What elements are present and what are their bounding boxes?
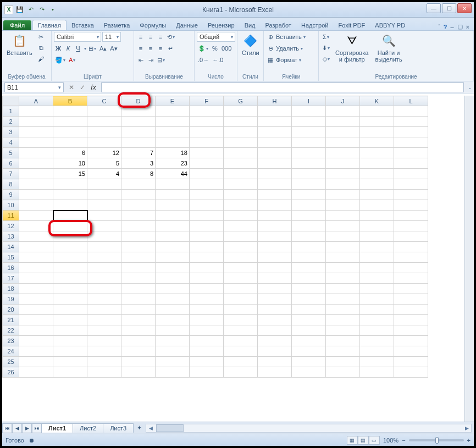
format-painter-icon[interactable]: 🖌 <box>37 54 46 64</box>
cell[interactable] <box>360 200 394 211</box>
cell[interactable] <box>258 242 292 252</box>
cell[interactable] <box>53 179 87 190</box>
cell[interactable] <box>258 346 292 357</box>
cell[interactable] <box>326 273 360 284</box>
cell[interactable]: 18 <box>156 148 190 158</box>
cell[interactable] <box>19 148 53 158</box>
align-middle-icon[interactable]: ≡ <box>146 32 155 42</box>
cell[interactable] <box>190 242 224 252</box>
paste-button[interactable]: 📋 Вставить <box>4 32 35 57</box>
cell[interactable] <box>121 221 156 231</box>
cell[interactable] <box>53 346 87 357</box>
cell[interactable] <box>394 127 428 137</box>
cell[interactable] <box>87 211 121 221</box>
dropdown-icon[interactable]: ▾ <box>84 46 86 51</box>
cell[interactable] <box>53 200 87 211</box>
cell[interactable] <box>292 211 326 221</box>
cell[interactable] <box>292 221 326 231</box>
cell[interactable] <box>190 367 224 378</box>
cell[interactable] <box>258 169 292 179</box>
cell[interactable] <box>394 242 428 252</box>
cell[interactable] <box>224 346 258 357</box>
cell[interactable] <box>19 127 53 137</box>
row-header[interactable]: 20 <box>3 305 19 315</box>
cell[interactable] <box>19 158 53 169</box>
cell[interactable] <box>156 179 190 190</box>
cell[interactable] <box>224 263 258 273</box>
row-header[interactable]: 7 <box>3 169 19 179</box>
align-center-icon[interactable]: ≡ <box>146 43 155 53</box>
cell[interactable] <box>258 179 292 190</box>
cell[interactable] <box>19 305 53 315</box>
cell[interactable] <box>121 211 156 221</box>
cell[interactable] <box>19 252 53 263</box>
cell[interactable] <box>360 158 394 169</box>
cell[interactable] <box>156 252 190 263</box>
cell[interactable] <box>87 346 121 357</box>
cell[interactable] <box>19 263 53 273</box>
decrease-decimal-icon[interactable]: ←.0 <box>211 55 224 65</box>
cell[interactable] <box>360 231 394 242</box>
cell[interactable] <box>156 106 190 117</box>
page-layout-view-icon[interactable]: ▤ <box>358 436 369 445</box>
cell[interactable] <box>360 336 394 346</box>
sort-filter-button[interactable]: ᗊ Сортировка и фильтр <box>333 32 370 64</box>
increase-decimal-icon[interactable]: .0→ <box>197 55 210 65</box>
cell[interactable] <box>87 325 121 336</box>
cell[interactable] <box>292 169 326 179</box>
cell[interactable] <box>87 357 121 367</box>
cell[interactable] <box>121 127 156 137</box>
normal-view-icon[interactable]: ▦ <box>347 436 358 445</box>
find-select-button[interactable]: 🔍 Найти и выделить <box>373 32 404 64</box>
cell[interactable] <box>258 294 292 305</box>
cell[interactable] <box>121 117 156 127</box>
number-format-select[interactable]: Общий <box>197 32 235 42</box>
row-header[interactable]: 9 <box>3 190 19 200</box>
cell[interactable] <box>224 231 258 242</box>
cell[interactable] <box>326 346 360 357</box>
row-header[interactable]: 2 <box>3 117 19 127</box>
row-header[interactable]: 18 <box>3 284 19 294</box>
cell[interactable] <box>224 336 258 346</box>
cell[interactable] <box>87 263 121 273</box>
cell[interactable] <box>394 179 428 190</box>
tab-foxit[interactable]: Foxit PDF <box>333 20 370 30</box>
cell[interactable] <box>19 169 53 179</box>
cell[interactable] <box>394 294 428 305</box>
font-name-select[interactable]: Calibri <box>54 32 101 42</box>
tab-developer[interactable]: Разработ <box>261 20 296 30</box>
row-header[interactable]: 14 <box>3 242 19 252</box>
cell[interactable] <box>258 231 292 242</box>
cell[interactable] <box>360 284 394 294</box>
cell[interactable]: 5 <box>87 158 121 169</box>
cell[interactable] <box>224 211 258 221</box>
cell[interactable] <box>53 221 87 231</box>
cell[interactable] <box>292 315 326 325</box>
cell[interactable] <box>53 127 87 137</box>
row-header[interactable]: 24 <box>3 346 19 357</box>
cell[interactable] <box>292 346 326 357</box>
cell[interactable] <box>156 367 190 378</box>
col-header[interactable]: E <box>156 96 190 106</box>
cell[interactable] <box>156 117 190 127</box>
cell[interactable] <box>394 211 428 221</box>
cell[interactable]: 44 <box>156 169 190 179</box>
row-header[interactable]: 23 <box>3 336 19 346</box>
row-header[interactable]: 6 <box>3 158 19 169</box>
cell[interactable] <box>326 158 360 169</box>
cell[interactable] <box>87 231 121 242</box>
cell[interactable] <box>190 315 224 325</box>
tab-addins[interactable]: Надстрой <box>296 20 333 30</box>
cell[interactable] <box>394 252 428 263</box>
cell[interactable] <box>292 137 326 148</box>
italic-button[interactable]: К <box>64 43 73 53</box>
cell[interactable] <box>190 305 224 315</box>
tab-file[interactable]: Файл <box>3 20 31 30</box>
cell[interactable] <box>19 273 53 284</box>
dropdown-icon[interactable]: ▾ <box>303 35 306 40</box>
row-header[interactable]: 15 <box>3 252 19 263</box>
cell[interactable] <box>394 117 428 127</box>
cell[interactable]: 3 <box>121 158 156 169</box>
name-box[interactable]: B11 <box>4 82 64 92</box>
cell[interactable] <box>156 200 190 211</box>
